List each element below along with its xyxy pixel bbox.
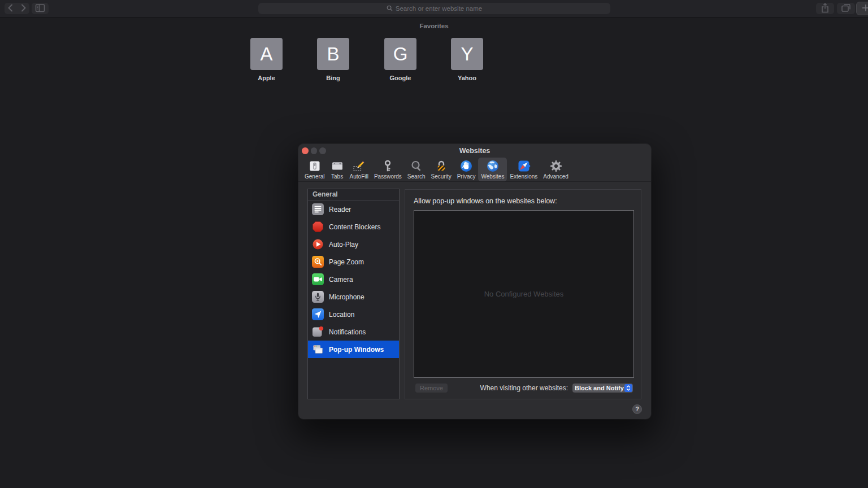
sidebar-item-camera[interactable]: Camera — [308, 271, 399, 288]
favorite-yahoo-label: Yahoo — [451, 75, 483, 81]
sidebar-icon — [34, 2, 46, 16]
location-arrow-icon — [312, 308, 324, 320]
favorite-google[interactable]: G Google — [384, 38, 416, 81]
autofill-icon — [352, 159, 366, 173]
favorite-apple-label: Apple — [250, 75, 283, 81]
magnifier-icon — [410, 159, 423, 173]
back-button[interactable] — [5, 3, 17, 14]
share-icon — [819, 2, 831, 16]
camera-icon — [312, 273, 324, 285]
chevron-left-icon — [5, 2, 17, 16]
favorite-yahoo-tile: Y — [451, 38, 483, 70]
tabs-overview-icon — [840, 2, 852, 16]
dropdown-value: Block and Notify — [572, 385, 633, 391]
empty-state-text: No Configured Websites — [484, 290, 564, 298]
share-button[interactable] — [816, 3, 834, 14]
favorite-yahoo[interactable]: Y Yahoo — [451, 38, 483, 81]
favorite-google-tile: G — [384, 38, 416, 70]
sidebar-item-reader[interactable]: Reader — [308, 201, 399, 218]
lock-icon — [435, 159, 448, 173]
url-search-field[interactable]: Search or enter website name — [258, 3, 610, 14]
nav-button-group — [5, 3, 29, 14]
notifications-badge-icon — [312, 326, 324, 338]
new-tab-button[interactable] — [856, 2, 868, 15]
dropdown-stepper-icon — [624, 384, 632, 392]
preferences-sidebar: General Reader Content Blockers Auto-Pla… — [307, 189, 400, 399]
stop-octagon-icon — [312, 221, 324, 233]
tab-overview-button[interactable] — [837, 3, 855, 14]
sidebar-item-microphone[interactable]: Microphone — [308, 288, 399, 306]
zoom-magnifier-icon — [312, 256, 324, 268]
tabs-icon — [331, 159, 344, 173]
preferences-toolbar: General Tabs AutoFill Passwords Search S… — [298, 157, 651, 182]
configured-websites-list[interactable]: No Configured Websites — [414, 210, 634, 378]
favorite-apple-tile: A — [250, 38, 283, 70]
when-visiting-group: When visiting other websites: Block and … — [480, 384, 633, 393]
tab-privacy[interactable]: Privacy — [454, 158, 479, 181]
sidebar-section-header: General — [308, 189, 399, 201]
favorite-bing[interactable]: B Bing — [317, 38, 349, 81]
browser-toolbar: Search or enter website name — [0, 0, 868, 18]
help-button[interactable]: ? — [632, 404, 642, 414]
safari-window: Search or enter website name Favorites A… — [0, 0, 868, 488]
favorites-heading: Favorites — [0, 23, 868, 29]
tab-autofill[interactable]: AutoFill — [347, 158, 371, 181]
favorite-google-label: Google — [384, 75, 416, 81]
when-visiting-label: When visiting other websites: — [480, 384, 568, 392]
tab-passwords[interactable]: Passwords — [371, 158, 405, 181]
sidebar-item-content-blockers[interactable]: Content Blockers — [308, 218, 399, 236]
block-policy-dropdown[interactable]: Block and Notify — [572, 384, 633, 393]
general-icon — [308, 159, 322, 173]
tab-websites[interactable]: Websites — [478, 158, 507, 181]
tab-tabs[interactable]: Tabs — [328, 158, 347, 181]
sidebar-toggle-button[interactable] — [32, 3, 49, 14]
tab-extensions[interactable]: Extensions — [507, 158, 540, 181]
sidebar-item-auto-play[interactable]: Auto-Play — [308, 236, 399, 253]
remove-button[interactable]: Remove — [415, 384, 448, 393]
sidebar-item-page-zoom[interactable]: Page Zoom — [308, 253, 399, 271]
popup-windows-panel: Allow pop-up windows on the websites bel… — [405, 189, 641, 399]
tab-search[interactable]: Search — [405, 158, 428, 181]
forward-button[interactable] — [17, 3, 29, 14]
search-icon — [387, 5, 393, 12]
globe-icon — [486, 159, 500, 173]
url-placeholder: Search or enter website name — [396, 5, 482, 12]
favorite-bing-tile: B — [317, 38, 349, 70]
extensions-icon — [517, 159, 531, 173]
reader-icon — [312, 203, 324, 215]
tab-general[interactable]: General — [302, 158, 328, 181]
microphone-icon — [312, 291, 324, 303]
tab-security[interactable]: Security — [428, 158, 454, 181]
sidebar-item-notifications[interactable]: Notifications — [308, 323, 399, 341]
window-title: Websites — [298, 144, 651, 158]
key-icon — [381, 159, 394, 173]
hand-icon — [459, 159, 473, 173]
gear-icon — [549, 159, 563, 173]
sidebar-item-location[interactable]: Location — [308, 306, 399, 323]
sidebar-item-pop-up-windows[interactable]: Pop-up Windows — [308, 341, 399, 358]
tab-advanced[interactable]: Advanced — [540, 158, 571, 181]
preferences-titlebar[interactable]: Websites — [298, 144, 651, 157]
plus-icon — [860, 2, 868, 16]
popup-windows-icon — [312, 343, 324, 355]
chevron-right-icon — [17, 2, 29, 16]
panel-heading: Allow pop-up windows on the websites bel… — [414, 197, 557, 205]
preferences-window: Websites General Tabs AutoFill Passwords — [298, 144, 651, 419]
play-circle-icon — [312, 238, 324, 250]
favorite-apple[interactable]: A Apple — [250, 38, 283, 81]
favorite-bing-label: Bing — [317, 75, 349, 81]
